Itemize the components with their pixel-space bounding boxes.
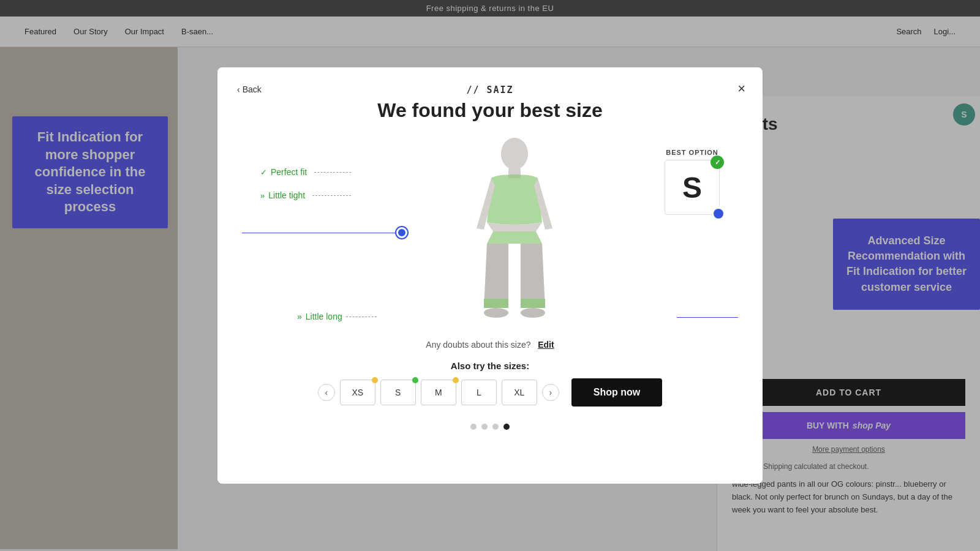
size-button-xl[interactable]: XL xyxy=(502,380,537,405)
fit-label-tight: » Little tight xyxy=(260,190,355,200)
best-size-text: S xyxy=(682,171,702,204)
sizes-row: ‹ XS S M L XL › Shop now xyxy=(318,378,662,407)
pagination-dot-2[interactable] xyxy=(481,424,488,430)
mannequin-svg xyxy=(453,137,576,332)
dashed-line-tight xyxy=(312,195,351,196)
also-try-label: Also try the sizes: xyxy=(451,361,529,371)
back-button[interactable]: ‹ Back xyxy=(237,84,262,94)
fit-labels-container: ✓ Perfect fit » Little tight xyxy=(260,143,355,200)
svg-point-4 xyxy=(484,308,508,318)
svg-rect-3 xyxy=(521,299,545,308)
dashed-line-perfect xyxy=(314,172,351,173)
chevron-right-icon: › xyxy=(549,388,552,397)
best-option-checkmark: ✓ xyxy=(710,156,724,169)
fit-label-perfect: ✓ Perfect fit xyxy=(260,167,355,177)
size-dot-xs xyxy=(372,377,378,383)
body-visualization-area: ✓ Perfect fit » Little tight xyxy=(242,137,738,332)
size-button-s[interactable]: S xyxy=(380,380,416,405)
size-recommendation-modal: // SAIZ ‹ Back × We found your best size… xyxy=(217,67,763,484)
left-connector-line xyxy=(242,233,396,233)
best-option-box: S ✓ xyxy=(665,160,720,215)
svg-point-0 xyxy=(501,138,528,170)
left-connector-dot xyxy=(396,227,407,238)
mannequin-figure xyxy=(453,137,588,332)
size-button-l[interactable]: L xyxy=(461,380,497,405)
pagination-dot-1[interactable] xyxy=(470,424,477,430)
little-long-text: Little long xyxy=(306,312,342,321)
size-dot-m xyxy=(453,377,459,383)
close-button[interactable]: × xyxy=(737,82,745,96)
best-option-connector-dot xyxy=(712,207,725,220)
back-label: Back xyxy=(243,84,262,94)
svg-rect-2 xyxy=(484,299,508,308)
chevron-left-icon: ‹ xyxy=(325,388,328,397)
size-dot-s xyxy=(412,377,418,383)
right-connector-line xyxy=(677,317,738,318)
pagination-dot-4[interactable] xyxy=(503,424,510,430)
check-icon: ✓ xyxy=(260,168,267,177)
size-button-m[interactable]: M xyxy=(421,380,456,405)
sizes-prev-arrow[interactable]: ‹ xyxy=(318,384,335,401)
modal-overlay: // SAIZ ‹ Back × We found your best size… xyxy=(0,0,980,551)
svg-point-5 xyxy=(521,308,545,318)
edit-link[interactable]: Edit xyxy=(538,340,554,350)
size-button-xs[interactable]: XS xyxy=(340,380,375,405)
fit-label-long: » Little long xyxy=(297,312,377,321)
little-tight-text: Little tight xyxy=(268,190,305,200)
dashed-line-long xyxy=(346,317,377,317)
sizes-next-arrow[interactable]: › xyxy=(542,384,559,401)
modal-logo: // SAIZ xyxy=(466,84,513,96)
arrow-long-icon: » xyxy=(297,312,302,321)
pagination-dots xyxy=(470,424,510,430)
arrow-icon: » xyxy=(260,191,265,200)
best-option-area: BEST OPTION S ✓ xyxy=(665,149,720,215)
shop-now-button[interactable]: Shop now xyxy=(571,378,662,407)
perfect-fit-text: Perfect fit xyxy=(271,167,307,177)
doubt-question: Any doubts about this size? xyxy=(426,340,530,350)
modal-title: We found your best size xyxy=(377,99,602,122)
best-option-label: BEST OPTION xyxy=(665,149,720,156)
back-chevron-icon: ‹ xyxy=(237,84,240,94)
pagination-dot-3[interactable] xyxy=(492,424,499,430)
doubt-text: Any doubts about this size? Edit xyxy=(426,340,554,350)
